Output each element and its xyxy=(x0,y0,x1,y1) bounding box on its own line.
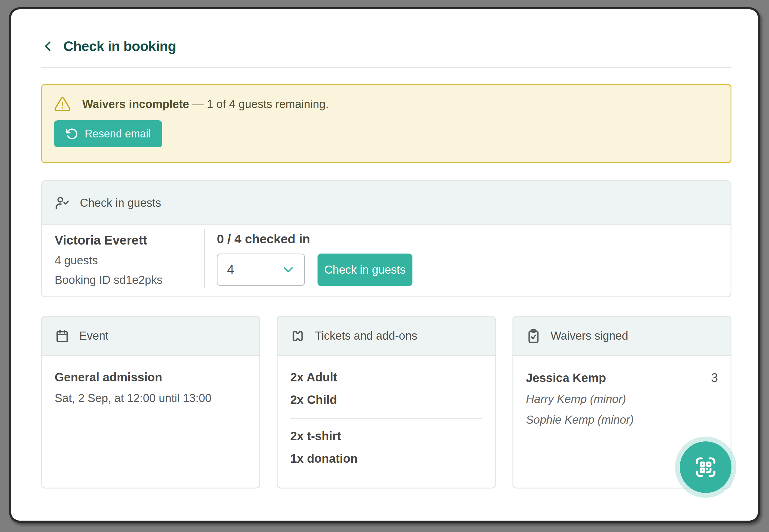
checkin-progress: 0 / 4 checked in xyxy=(217,232,731,246)
checkin-panel-body: Victoria Everett 4 guests Booking ID sd1… xyxy=(42,225,731,296)
checkin-panel-header: Check in guests xyxy=(42,181,731,225)
calendar-icon xyxy=(55,329,70,344)
checkin-controls: 0 / 4 checked in 4 Check in guests xyxy=(205,225,731,296)
event-card-header: Event xyxy=(42,317,259,356)
waiver-signer-row: Jessica Kemp 3 xyxy=(526,371,718,385)
waiver-minor: Sophie Kemp (minor) xyxy=(526,413,718,426)
checkin-panel: Check in guests Victoria Everett 4 guest… xyxy=(41,180,731,297)
event-schedule: Sat, 2 Sep, at 12:00 until 13:00 xyxy=(55,392,247,405)
addon-item: 2x t-shirt xyxy=(290,429,482,443)
addon-item: 1x donation xyxy=(290,452,482,465)
warning-text: Waivers incomplete — 1 of 4 guests remai… xyxy=(82,98,329,111)
ticket-item: 2x Child xyxy=(290,393,482,407)
waivers-warning-banner: Waivers incomplete — 1 of 4 guests remai… xyxy=(41,84,731,163)
back-button[interactable] xyxy=(41,39,55,53)
qr-scan-fab-halo xyxy=(675,437,736,498)
waiver-signed-count: 3 xyxy=(711,371,718,385)
guest-quantity-select[interactable]: 4 xyxy=(217,254,305,286)
waivers-card-title: Waivers signed xyxy=(550,329,628,342)
waiver-signer-name: Jessica Kemp xyxy=(526,371,606,385)
page-content: Check in booking Waivers incomplete — 1 … xyxy=(41,9,731,488)
waivers-card-body: Jessica Kemp 3 Harry Kemp (minor) Sophie… xyxy=(513,356,731,426)
qr-scan-icon xyxy=(694,455,717,479)
chevron-left-icon xyxy=(41,39,55,53)
detail-cards-row: Event General admission Sat, 2 Sep, at 1… xyxy=(41,316,731,488)
addons-divider xyxy=(290,418,482,419)
resend-email-button[interactable]: Resend email xyxy=(54,120,162,147)
tickets-card-body: 2x Adult 2x Child 2x t-shirt 1x donation xyxy=(278,356,495,465)
warning-title: Waivers incomplete xyxy=(82,98,189,110)
guest-quantity-value: 4 xyxy=(227,263,234,277)
check-in-guests-button[interactable]: Check in guests xyxy=(318,254,412,286)
event-card: Event General admission Sat, 2 Sep, at 1… xyxy=(41,316,260,488)
warning-message-row: Waivers incomplete — 1 of 4 guests remai… xyxy=(54,96,719,113)
guest-name: Victoria Everett xyxy=(55,233,204,248)
tickets-card-title: Tickets and add-ons xyxy=(315,329,417,342)
user-check-icon xyxy=(55,195,70,210)
app-window: Check in booking Waivers incomplete — 1 … xyxy=(9,7,760,523)
qr-scan-button[interactable] xyxy=(680,441,731,493)
booking-id: Booking ID sd1e2pks xyxy=(55,274,204,287)
warning-triangle-icon xyxy=(54,96,71,113)
event-name: General admission xyxy=(55,371,247,384)
page-title: Check in booking xyxy=(63,38,176,54)
booking-summary: Victoria Everett 4 guests Booking ID sd1… xyxy=(42,225,204,296)
clipboard-check-icon xyxy=(526,329,541,344)
checkin-panel-title: Check in guests xyxy=(80,197,161,209)
page-header: Check in booking xyxy=(41,38,731,54)
event-card-body: General admission Sat, 2 Sep, at 12:00 u… xyxy=(42,356,259,405)
waivers-card-header: Waivers signed xyxy=(513,317,731,356)
tickets-card: Tickets and add-ons 2x Adult 2x Child 2x… xyxy=(277,316,496,488)
event-card-title: Event xyxy=(79,329,108,342)
ticket-item: 2x Adult xyxy=(290,371,482,384)
ticket-icon xyxy=(290,329,305,344)
chevron-down-icon xyxy=(282,263,295,276)
header-divider xyxy=(41,67,731,68)
resend-email-label: Resend email xyxy=(85,128,151,140)
waiver-minor: Harry Kemp (minor) xyxy=(526,393,718,406)
rotate-ccw-icon xyxy=(65,128,78,140)
guest-count: 4 guests xyxy=(55,254,204,267)
warning-detail: — 1 of 4 guests remaining. xyxy=(192,98,329,110)
tickets-card-header: Tickets and add-ons xyxy=(278,317,495,356)
